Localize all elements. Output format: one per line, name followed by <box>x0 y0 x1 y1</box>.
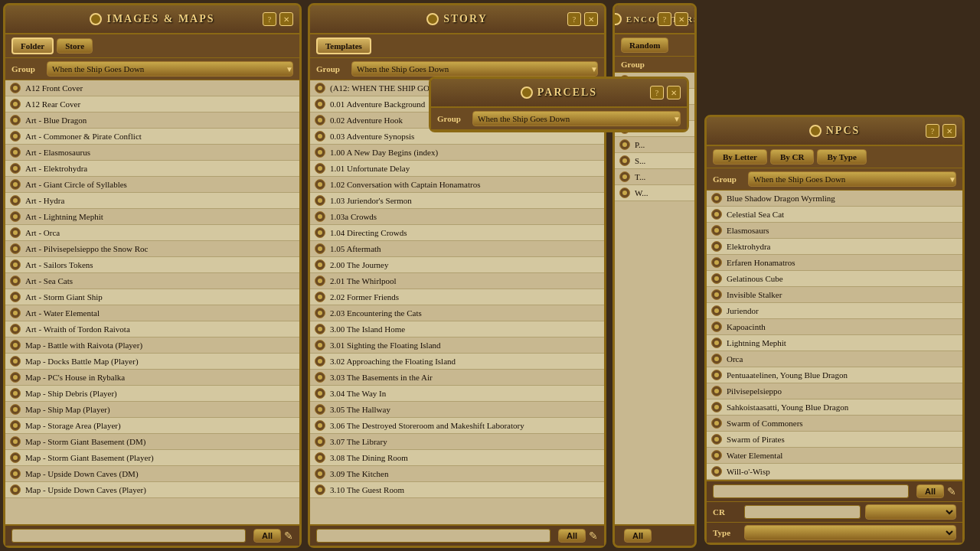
npcs-all-btn[interactable]: All <box>916 484 944 498</box>
by-letter-tab[interactable]: By Letter <box>713 149 767 165</box>
list-item[interactable]: Art - Elektrohydra <box>5 161 299 177</box>
list-item[interactable]: 3.09 The Kitchen <box>310 466 604 482</box>
type-select[interactable] <box>744 525 956 540</box>
enc-all-btn[interactable]: All <box>624 529 652 543</box>
list-item[interactable]: Art - Giant Circle of Syllables <box>5 177 299 193</box>
list-item[interactable]: Art - Sea Cats <box>5 273 299 289</box>
list-item[interactable]: Art - Pilvisepelsieppo the Snow Roc <box>5 241 299 257</box>
list-item[interactable]: 3.04 The Way In <box>310 386 604 402</box>
list-item[interactable]: Map - Storm Giant Basement (Player) <box>5 450 299 466</box>
images-group-select[interactable]: When the Ship Goes Down <box>47 61 293 77</box>
cr-input[interactable] <box>744 505 861 519</box>
list-item[interactable]: Art - Orca <box>5 225 299 241</box>
parcels-help-btn[interactable]: ? <box>650 86 664 99</box>
list-item[interactable]: Map - Ship Debris (Player) <box>5 386 299 402</box>
templates-btn[interactable]: Templates <box>316 37 371 54</box>
list-item[interactable]: 2.00 The Journey <box>310 257 604 273</box>
list-item[interactable]: Juriendor <box>707 303 962 319</box>
cr-select[interactable] <box>865 504 956 520</box>
list-item[interactable]: 3.05 The Hallway <box>310 402 604 418</box>
store-btn[interactable]: Store <box>57 38 93 54</box>
story-edit-icon[interactable]: ✎ <box>589 530 598 543</box>
list-item[interactable]: Art - Blue Dragon <box>5 112 299 129</box>
enc-help-btn[interactable]: ? <box>658 12 671 26</box>
story-group-select[interactable]: When the Ship Goes Down <box>351 61 598 77</box>
list-item[interactable]: 1.05 Aftermath <box>310 241 604 257</box>
list-item[interactable]: A12 Front Cover <box>5 80 299 96</box>
story-close-btn[interactable]: ✕ <box>584 12 598 26</box>
enc-close-btn[interactable]: ✕ <box>675 12 688 26</box>
random-btn[interactable]: Random <box>621 37 668 53</box>
list-item[interactable]: Water Elemental <box>707 448 962 464</box>
list-item[interactable]: Art - Wraith of Tordon Raivota <box>5 321 299 337</box>
list-item[interactable]: Elektrohydra <box>707 239 962 255</box>
list-item[interactable]: 2.03 Encountering the Cats <box>310 305 604 321</box>
list-item[interactable]: 3.00 The Island Home <box>310 321 604 337</box>
encounters-list[interactable]: B...E...E...E...P...S...T...W... <box>615 73 694 524</box>
story-search-input[interactable] <box>316 529 550 543</box>
list-item[interactable]: 3.10 The Guest Room <box>310 482 604 498</box>
list-item[interactable]: 3.01 Sighting the Floating Island <box>310 337 604 354</box>
images-all-btn[interactable]: All <box>253 529 281 543</box>
list-item[interactable]: Pilvisepelsieppo <box>707 383 962 399</box>
list-item[interactable]: 1.04 Directing Crowds <box>310 225 604 241</box>
list-item[interactable]: Map - Storage Area (Player) <box>5 418 299 434</box>
list-item[interactable]: P... <box>615 137 694 153</box>
list-item[interactable]: 3.08 The Dining Room <box>310 450 604 466</box>
list-item[interactable]: Swarm of Pirates <box>707 432 962 448</box>
list-item[interactable]: 1.00 A New Day Begins (index) <box>310 145 604 161</box>
list-item[interactable]: Gelatinous Cube <box>707 271 962 287</box>
parcels-close-btn[interactable]: ✕ <box>667 86 681 99</box>
list-item[interactable]: Erfaren Honamatros <box>707 255 962 271</box>
list-item[interactable]: S... <box>615 153 694 169</box>
list-item[interactable]: Map - Upside Down Caves (DM) <box>5 466 299 482</box>
by-type-tab[interactable]: By Type <box>817 149 866 165</box>
images-list[interactable]: A12 Front CoverA12 Rear CoverArt - Blue … <box>5 80 299 524</box>
npcs-edit-icon[interactable]: ✎ <box>947 485 956 498</box>
list-item[interactable]: 1.03a Crowds <box>310 209 604 225</box>
list-item[interactable]: Map - Storm Giant Basement (DM) <box>5 434 299 450</box>
story-help-btn[interactable]: ? <box>567 12 581 26</box>
list-item[interactable]: Art - Storm Giant Ship <box>5 289 299 305</box>
images-search-input[interactable] <box>11 529 246 543</box>
images-close-btn[interactable]: ✕ <box>279 12 293 26</box>
list-item[interactable]: 2.01 The Whirlpool <box>310 273 604 289</box>
list-item[interactable]: T... <box>615 169 694 185</box>
list-item[interactable]: 2.02 Former Friends <box>310 289 604 305</box>
list-item[interactable]: A12 Rear Cover <box>5 96 299 112</box>
list-item[interactable]: Map - Battle with Raivota (Player) <box>5 337 299 354</box>
list-item[interactable]: Map - Ship Map (Player) <box>5 402 299 418</box>
story-all-btn[interactable]: All <box>558 529 586 543</box>
parcels-group-select[interactable]: When the Ship Goes Down <box>472 111 681 126</box>
npcs-group-select[interactable]: When the Ship Goes Down <box>748 171 956 187</box>
list-item[interactable]: Orca <box>707 351 962 367</box>
list-item[interactable]: 3.07 The Library <box>310 434 604 450</box>
images-edit-icon[interactable]: ✎ <box>284 530 293 543</box>
list-item[interactable]: Elasmosaurs <box>707 223 962 239</box>
npcs-search-input[interactable] <box>713 484 909 498</box>
list-item[interactable]: Map - PC's House in Rybalka <box>5 370 299 386</box>
images-help-btn[interactable]: ? <box>263 12 276 26</box>
list-item[interactable]: Art - Hydra <box>5 193 299 209</box>
list-item[interactable]: Sahkoistaasatti, Young Blue Dragon <box>707 399 962 416</box>
npcs-close-btn[interactable]: ✕ <box>942 124 956 138</box>
list-item[interactable]: 3.06 The Destroyed Storeroom and Makeshi… <box>310 418 604 434</box>
list-item[interactable]: Pentuaatelinen, Young Blue Dragon <box>707 367 962 383</box>
list-item[interactable]: Kapoacinth <box>707 319 962 335</box>
story-list[interactable]: (A12: WHEN THE SHIP GOES DOWN)0.01 Adven… <box>310 80 604 524</box>
list-item[interactable]: Art - Commoner & Pirate Conflict <box>5 129 299 145</box>
list-item[interactable]: Map - Upside Down Caves (Player) <box>5 482 299 498</box>
list-item[interactable]: 1.02 Conversation with Captain Honamatro… <box>310 177 604 193</box>
list-item[interactable]: Celestial Sea Cat <box>707 207 962 223</box>
npcs-help-btn[interactable]: ? <box>926 124 939 138</box>
by-cr-tab[interactable]: By CR <box>770 149 814 165</box>
list-item[interactable]: Map - Docks Battle Map (Player) <box>5 354 299 370</box>
list-item[interactable]: Invisible Stalker <box>707 287 962 303</box>
list-item[interactable]: Art - Water Elemental <box>5 305 299 321</box>
list-item[interactable]: Art - Sailors Tokens <box>5 257 299 273</box>
folder-btn[interactable]: Folder <box>11 37 54 54</box>
npcs-list[interactable]: Blue Shadow Dragon WyrmlingCelestial Sea… <box>707 191 962 480</box>
list-item[interactable]: Will-o'-Wisp <box>707 464 962 480</box>
list-item[interactable]: Art - Lightning Mephit <box>5 209 299 225</box>
list-item[interactable]: Lightning Mephit <box>707 335 962 351</box>
